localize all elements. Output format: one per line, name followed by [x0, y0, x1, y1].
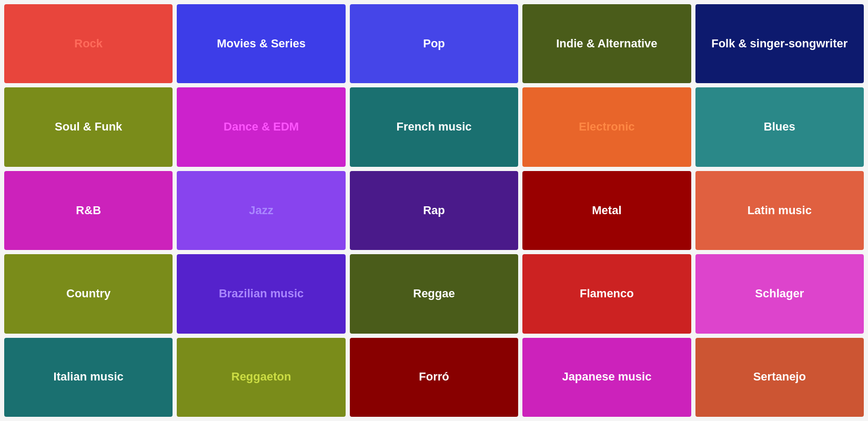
tile-italian-music[interactable]: Italian music	[4, 338, 173, 417]
tile-electronic[interactable]: Electronic	[522, 87, 691, 166]
tile-sertanejo[interactable]: Sertanejo	[695, 338, 864, 417]
tile-rap[interactable]: Rap	[350, 171, 518, 250]
tile-country[interactable]: Country	[4, 254, 173, 333]
tile-label-electronic: Electronic	[573, 114, 640, 140]
tile-metal[interactable]: Metal	[522, 171, 691, 250]
tile-french-music[interactable]: French music	[350, 87, 518, 166]
tile-label-forro: Forró	[413, 364, 454, 390]
tile-label-reggaeton: Reggaeton	[226, 364, 297, 390]
tile-movies-series[interactable]: Movies & Series	[177, 4, 345, 83]
tile-label-reggae: Reggae	[408, 281, 460, 307]
tile-schlager[interactable]: Schlager	[695, 254, 864, 333]
tile-forro[interactable]: Forró	[350, 338, 518, 417]
tile-label-rock: Rock	[69, 31, 108, 57]
tile-blues[interactable]: Blues	[695, 87, 864, 166]
tile-folk-singer-songwriter[interactable]: Folk & singer-songwriter	[695, 4, 864, 83]
tile-pop[interactable]: Pop	[350, 4, 518, 83]
tile-label-rap: Rap	[418, 198, 450, 224]
tile-label-schlager: Schlager	[750, 281, 809, 307]
tile-latin-music[interactable]: Latin music	[695, 171, 864, 250]
tile-label-folk-singer-songwriter: Folk & singer-songwriter	[706, 31, 853, 57]
tile-label-soul-funk: Soul & Funk	[49, 114, 127, 140]
genre-grid: RockMovies & SeriesPopIndie & Alternativ…	[0, 0, 868, 421]
tile-indie-alternative[interactable]: Indie & Alternative	[522, 4, 691, 83]
tile-flamenco[interactable]: Flamenco	[522, 254, 691, 333]
tile-label-japanese-music: Japanese music	[557, 364, 657, 390]
tile-label-rnb: R&B	[70, 198, 106, 224]
tile-label-indie-alternative: Indie & Alternative	[551, 31, 662, 57]
tile-label-movies-series: Movies & Series	[211, 31, 311, 57]
tile-label-dance-edm: Dance & EDM	[218, 114, 304, 140]
tile-label-sertanejo: Sertanejo	[748, 364, 811, 390]
tile-reggae[interactable]: Reggae	[350, 254, 518, 333]
tile-label-flamenco: Flamenco	[574, 281, 639, 307]
tile-soul-funk[interactable]: Soul & Funk	[4, 87, 173, 166]
tile-reggaeton[interactable]: Reggaeton	[177, 338, 345, 417]
tile-label-pop: Pop	[418, 31, 450, 57]
tile-brazilian-music[interactable]: Brazilian music	[177, 254, 345, 333]
tile-jazz[interactable]: Jazz	[177, 171, 345, 250]
tile-label-jazz: Jazz	[244, 198, 278, 224]
tile-japanese-music[interactable]: Japanese music	[522, 338, 691, 417]
tile-label-metal: Metal	[587, 198, 627, 224]
tile-label-blues: Blues	[759, 114, 801, 140]
tile-rock[interactable]: Rock	[4, 4, 173, 83]
tile-dance-edm[interactable]: Dance & EDM	[177, 87, 345, 166]
tile-label-latin-music: Latin music	[742, 198, 817, 224]
tile-label-country: Country	[61, 281, 116, 307]
tile-label-italian-music: Italian music	[48, 364, 129, 390]
tile-rnb[interactable]: R&B	[4, 171, 173, 250]
tile-label-french-music: French music	[391, 114, 477, 140]
tile-label-brazilian-music: Brazilian music	[214, 281, 309, 307]
